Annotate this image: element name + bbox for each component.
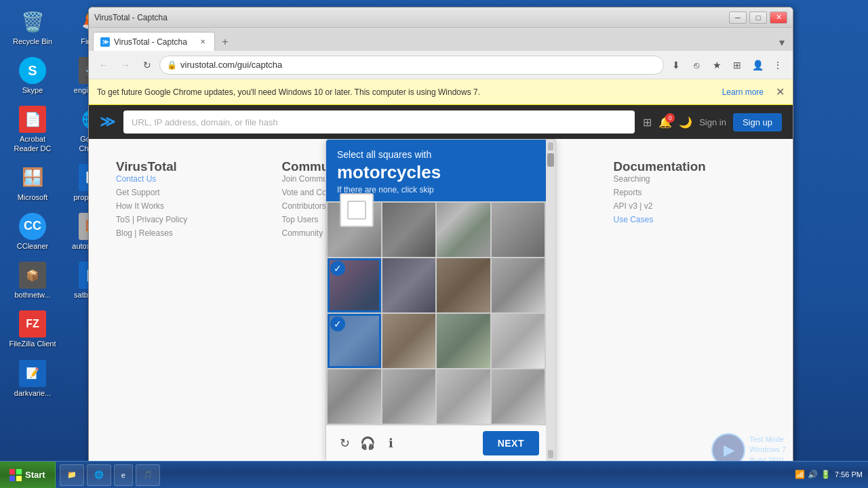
theme-toggle-icon[interactable]: 🌙	[679, 116, 692, 129]
captcha-image-grid: ✓ ✓ ✓ ✓	[326, 201, 546, 425]
desktop-icon-darkvar[interactable]: 📝 darkvarie...	[5, 357, 60, 401]
captcha-reload-button[interactable]: ↻	[333, 432, 356, 455]
svg-rect-0	[9, 469, 15, 474]
menu-icon[interactable]: ⋮	[768, 56, 787, 75]
notification-close-button[interactable]: ✕	[776, 85, 785, 98]
desktop-icon-acrobat[interactable]: 📄 Acrobat Reader DC	[5, 103, 60, 155]
desktop-icon-microsoft[interactable]: 🪟 Microsoft	[5, 161, 60, 205]
back-button[interactable]: ←	[94, 56, 113, 75]
desktop-icon-ccleaner[interactable]: CC CCleaner	[5, 210, 60, 253]
captcha-cell-10[interactable]: ✓	[382, 314, 436, 368]
new-tab-button[interactable]: +	[216, 33, 234, 51]
share-icon[interactable]: ⎋	[687, 56, 706, 75]
bothnet-icon: 📦	[19, 262, 46, 289]
captcha-cell-8[interactable]: ✓	[492, 258, 545, 312]
address-bar[interactable]: 🔒 virustotal.com/gui/captcha	[159, 56, 664, 75]
bothnet-label: bothnetw...	[14, 291, 50, 300]
captcha-cell-5[interactable]: ✓	[328, 258, 381, 312]
skype-icon: S	[19, 57, 46, 84]
active-tab[interactable]: ≫ VirusTotal - Captcha ✕	[93, 32, 215, 51]
captcha-cell-3[interactable]: ✓	[437, 203, 490, 257]
notifications-icon[interactable]: 🔔 0	[658, 116, 672, 129]
captcha-header: Select all squares with motorcycles If t…	[326, 140, 555, 201]
filezilla-label: FileZilla Client	[9, 340, 56, 348]
desktop-icon-bothnet[interactable]: 📦 bothnetw...	[5, 259, 60, 302]
grid-view-icon[interactable]: ⊞	[643, 116, 652, 129]
captcha-cell-11[interactable]: ✓	[437, 314, 490, 368]
tab-close-button[interactable]: ✕	[198, 37, 208, 47]
page-content: ≫ URL, IP address, domain, or file hash …	[89, 105, 793, 474]
tab-overflow-button[interactable]: ▾	[775, 33, 789, 51]
cell-5-checkmark: ✓	[330, 261, 345, 276]
vt-toolbar-right: ⊞ 🔔 0 🌙 Sign in Sign up	[643, 113, 782, 131]
tab-favicon: ≫	[100, 37, 110, 47]
ccleaner-label: CCleaner	[17, 242, 48, 251]
taskbar-explorer[interactable]: 📁	[60, 464, 84, 486]
forward-button[interactable]: →	[116, 56, 135, 75]
explorer-icon: 📁	[67, 470, 77, 479]
captcha-cell-15[interactable]: ✓	[437, 369, 490, 424]
tab-bar: ≫ VirusTotal - Captcha ✕ + ▾	[89, 28, 793, 51]
taskbar-right: 📶 🔊 🔋 7:56 PM	[789, 470, 868, 479]
navigation-bar: ← → ↻ 🔒 virustotal.com/gui/captcha ⬇ ⎋ ★…	[89, 51, 793, 79]
captcha-cell-9[interactable]: ✓	[328, 314, 381, 368]
darkvar-label: darkvarie...	[14, 389, 51, 398]
download-icon[interactable]: ⬇	[667, 56, 686, 75]
start-label: Start	[25, 470, 45, 480]
captcha-audio-button[interactable]: 🎧	[356, 432, 379, 455]
captcha-cell-16[interactable]: ✓	[492, 369, 545, 424]
virustotal-logo: ≫	[100, 113, 115, 131]
window-controls: ─ □ ✕	[729, 12, 787, 24]
notification-count: 0	[665, 113, 675, 123]
sign-in-link[interactable]: Sign in	[699, 117, 726, 127]
captcha-cell-2[interactable]: ✓	[382, 203, 436, 257]
captcha-info-button[interactable]: ℹ	[379, 432, 402, 455]
learn-more-link[interactable]: Learn more	[722, 87, 764, 97]
windows-logo-icon	[9, 469, 22, 481]
filezilla-icon: FZ	[19, 310, 46, 338]
start-button[interactable]: Start	[0, 462, 56, 489]
taskbar-chrome[interactable]: 🌐	[87, 464, 111, 486]
bookmark-icon[interactable]: ★	[707, 56, 726, 75]
svg-rect-3	[16, 476, 22, 481]
reload-button[interactable]: ↻	[138, 56, 157, 75]
desktop-icon-skype[interactable]: S Skype	[5, 54, 60, 98]
notification-text: To get future Google Chrome updates, you…	[97, 87, 480, 97]
scroll-down-arrow	[548, 450, 553, 458]
acrobat-label: Acrobat Reader DC	[8, 135, 57, 152]
vt-search-bar[interactable]: URL, IP address, domain, or file hash	[123, 110, 635, 134]
minimize-button[interactable]: ─	[729, 12, 747, 24]
captcha-scrollbar[interactable]	[546, 140, 555, 461]
taskbar-ie[interactable]: e	[114, 464, 133, 486]
recycle-bin-icon: 🗑️	[19, 8, 46, 35]
taskbar-media-player[interactable]: 🎵	[136, 464, 160, 486]
desktop-icon-filezilla[interactable]: FZ FileZilla Client	[5, 308, 60, 351]
captcha-cell-4[interactable]: ✓	[492, 203, 545, 257]
desktop-icon-recycle-bin[interactable]: 🗑️ Recycle Bin	[5, 5, 60, 49]
scroll-thumb[interactable]	[547, 153, 554, 167]
taskbar-items: 📁 🌐 e 🎵	[56, 464, 789, 486]
virustotal-toolbar: ≫ URL, IP address, domain, or file hash …	[89, 105, 793, 139]
captcha-cell-14[interactable]: ✓	[382, 369, 436, 424]
media-player-icon: 🎵	[143, 470, 153, 479]
acrobat-icon: 📄	[19, 106, 46, 133]
captcha-cell-7[interactable]: ✓	[437, 258, 490, 312]
recaptcha-checkbox[interactable]	[340, 193, 374, 227]
captcha-overlay: Select all squares with motorcycles If t…	[89, 139, 793, 474]
taskbar: Start 📁 🌐 e 🎵 📶 🔊 🔋 7:56 PM	[0, 461, 868, 488]
maximize-button[interactable]: □	[749, 12, 767, 24]
sign-up-button[interactable]: Sign up	[733, 113, 782, 131]
search-placeholder: URL, IP address, domain, or file hash	[132, 117, 278, 127]
captcha-cell-6[interactable]: ✓	[382, 258, 436, 312]
microsoft-label: Microsoft	[18, 193, 48, 202]
captcha-next-button[interactable]: NEXT	[483, 431, 539, 455]
captcha-instruction: Select all squares with	[337, 149, 545, 160]
browser-window: VirusTotal - Captcha ─ □ ✕ ≫ VirusTotal …	[88, 7, 793, 474]
close-button[interactable]: ✕	[770, 12, 787, 24]
account-icon[interactable]: 👤	[748, 56, 767, 75]
captcha-cell-13[interactable]: ✓	[328, 369, 381, 424]
tab-icon[interactable]: ⊞	[728, 56, 747, 75]
skype-label: Skype	[22, 86, 43, 95]
captcha-cell-12[interactable]: ✓	[492, 314, 545, 368]
checkbox-inner	[347, 201, 366, 220]
